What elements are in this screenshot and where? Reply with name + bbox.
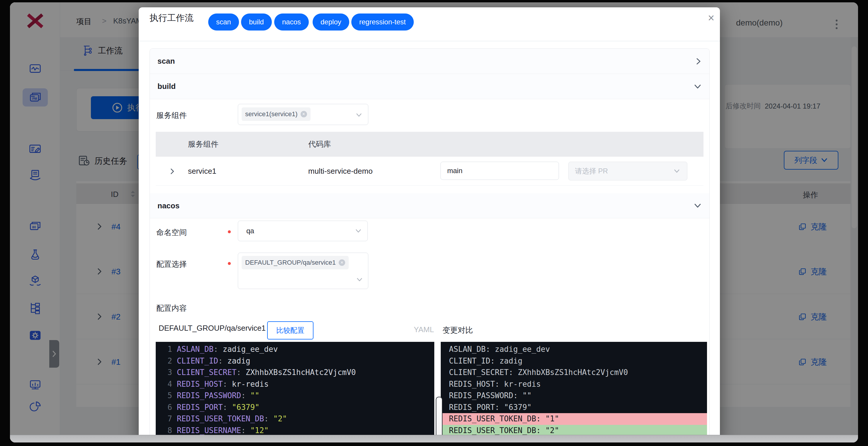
build-section-body: 服务组件 service1(service1) × 服务组件 代码库 servi… <box>150 99 709 194</box>
code-line: 2CLIENT_ID: zadig <box>156 355 434 367</box>
diff-line: CLIENT_SECRET: ZXhhbXBsZS1hcHAtc2VjcmV0 <box>441 367 707 379</box>
stage-pill-build: build <box>241 13 272 31</box>
section-label-build: build <box>157 82 176 91</box>
code-line: 3CLIENT_SECRET: ZXhhbXBsZS1hcHAtc2VjcmV0 <box>156 367 434 379</box>
section-label-nacos: nacos <box>157 201 180 210</box>
repository-name: multi-service-demo <box>308 167 373 176</box>
tab-diff[interactable]: 变更对比 <box>442 325 473 335</box>
stages-accordion: scan build 服务组件 service1(service1) × <box>150 49 710 443</box>
config-content-label: 配置内容 <box>156 303 187 314</box>
service-components-label: 服务组件 <box>156 110 187 121</box>
expand-row-icon[interactable] <box>170 168 175 175</box>
config-diff-viewer[interactable]: ASLAN_DB: zadig_ee_dev CLIENT_ID: zadig … <box>441 342 707 443</box>
stage-pill-deploy: deploy <box>313 13 349 31</box>
diff-line: REDIS_PORT: "6379" <box>441 402 707 413</box>
diff-line: REDIS_PASSWORD: "" <box>441 390 707 402</box>
pr-select[interactable]: 请选择 PR <box>568 162 687 180</box>
namespace-label: 命名空间 <box>156 228 187 238</box>
chevron-down-icon <box>354 228 362 234</box>
required-dot <box>228 230 231 233</box>
section-header-build[interactable]: build <box>150 74 709 99</box>
diff-line: CLIENT_ID: zadig <box>441 355 707 367</box>
branch-input[interactable] <box>440 162 559 180</box>
remove-tag-icon[interactable]: × <box>339 259 345 266</box>
namespace-select[interactable]: qa <box>238 221 368 241</box>
diff-line: REDIS_HOST: kr-redis <box>441 379 707 390</box>
diff-line-removed: REDIS_USER_TOKEN_DB: "1" <box>441 413 707 425</box>
required-dot <box>228 262 231 265</box>
col-repository: 代码库 <box>308 139 331 149</box>
col-service-component: 服务组件 <box>188 139 218 149</box>
chevron-down-icon <box>356 277 363 282</box>
section-header-nacos[interactable]: nacos <box>150 194 709 218</box>
section-label-scan: scan <box>157 57 175 66</box>
modal-header-divider <box>139 41 720 41</box>
config-select-label: 配置选择 <box>156 259 187 269</box>
modal-title: 执行工作流 <box>150 12 193 24</box>
code-line: 6REDIS_PORT: "6379" <box>156 402 434 413</box>
window-bottom-edge <box>10 435 858 443</box>
code-line: 4REDIS_HOST: kr-redis <box>156 379 434 390</box>
nacos-section-body: 命名空间 qa 配置选择 DEFAULT_GROUP/qa/service1 ×… <box>150 218 709 443</box>
app-window: PM 80 <box>10 2 858 443</box>
close-icon[interactable]: × <box>704 11 718 25</box>
diff-line: ASLAN_DB: zadig_ee_dev <box>441 344 707 355</box>
chevron-right-icon <box>695 57 702 65</box>
compare-config-button[interactable]: 比较配置 <box>267 321 313 339</box>
chevron-down-icon <box>673 169 681 174</box>
code-line: 7REDIS_USER_TOKEN_DB: "2" <box>156 413 434 425</box>
chevron-down-icon <box>693 203 702 209</box>
remove-tag-icon[interactable]: × <box>301 111 307 117</box>
code-line: 1ASLAN_DB: zadig_ee_dev <box>156 344 434 355</box>
config-name: DEFAULT_GROUP/qa/service1 <box>159 324 266 333</box>
config-multiselect[interactable]: DEFAULT_GROUP/qa/service1 × <box>238 252 368 289</box>
chevron-down-icon <box>693 83 702 90</box>
config-yaml-editor[interactable]: 1ASLAN_DB: zadig_ee_dev 2CLIENT_ID: zadi… <box>156 342 434 443</box>
stage-pill-regression-test: regression-test <box>351 13 414 31</box>
service-tag-chip: service1(service1) × <box>242 108 311 121</box>
code-line: 5REDIS_PASSWORD: "" <box>156 390 434 402</box>
chevron-down-icon <box>355 112 363 118</box>
service-components-select[interactable]: service1(service1) × <box>238 104 368 125</box>
tab-yaml[interactable]: YAML <box>414 325 434 334</box>
config-tag-chip: DEFAULT_GROUP/qa/service1 × <box>242 256 349 269</box>
run-workflow-modal: 执行工作流 scan build nacos deploy regression… <box>139 7 720 443</box>
screen: PM 80 <box>0 0 868 446</box>
pr-select-placeholder: 请选择 PR <box>575 167 608 176</box>
service-table-row: service1 multi-service-demo 请选择 PR <box>156 157 704 186</box>
namespace-value: qa <box>246 227 254 235</box>
stage-pill-scan: scan <box>208 13 239 31</box>
service-table-header: 服务组件 代码库 <box>156 132 704 157</box>
service-name: service1 <box>188 167 216 176</box>
stage-pill-nacos: nacos <box>274 13 309 31</box>
section-header-scan[interactable]: scan <box>150 49 709 74</box>
